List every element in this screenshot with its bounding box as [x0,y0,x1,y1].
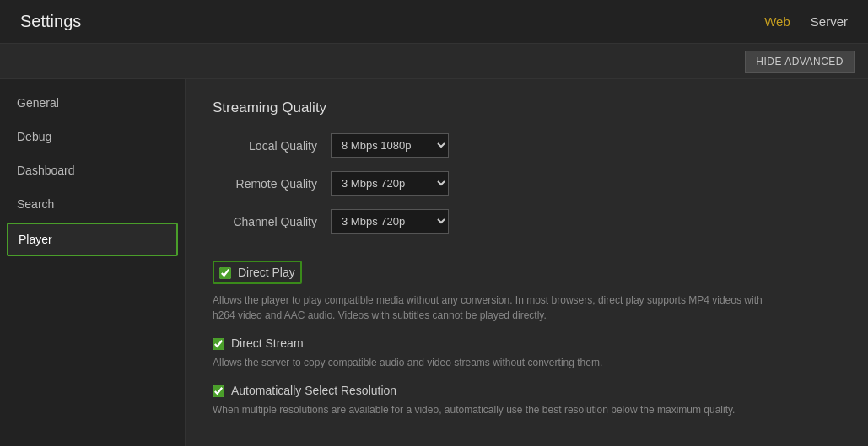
hide-advanced-button[interactable]: HIDE ADVANCED [745,51,855,73]
direct-play-description: Allows the player to play compatible med… [213,293,786,323]
local-quality-select[interactable]: Original 20 Mbps 1080p 8 Mbps 1080p 4 Mb… [331,133,449,158]
remote-quality-select[interactable]: Original 20 Mbps 1080p 8 Mbps 1080p 4 Mb… [331,171,449,196]
sidebar-item-dashboard[interactable]: Dashboard [0,153,185,187]
local-quality-label: Local Quality [213,139,331,153]
remote-quality-label: Remote Quality [213,177,331,191]
direct-stream-checkbox[interactable] [213,338,224,350]
page-title: Settings [20,12,81,31]
section-title: Streaming Quality [213,99,841,116]
toolbar: HIDE ADVANCED [0,44,868,79]
local-quality-row: Local Quality Original 20 Mbps 1080p 8 M… [213,133,841,158]
auto-resolution-label: Automatically Select Resolution [231,384,396,397]
direct-stream-description: Allows the server to copy compatible aud… [213,355,786,370]
sidebar-item-player[interactable]: Player [7,223,178,256]
auto-resolution-checkbox[interactable] [213,385,224,397]
auto-resolution-row: Automatically Select Resolution [213,384,841,397]
sidebar-item-search[interactable]: Search [0,187,185,221]
auto-resolution-description: When multiple resolutions are available … [213,402,786,417]
sidebar-item-debug[interactable]: Debug [0,120,185,153]
main-layout: General Debug Dashboard Search Player St… [0,79,868,446]
nav-server[interactable]: Server [811,14,848,29]
nav-web[interactable]: Web [764,14,790,29]
content-area: Streaming Quality Local Quality Original… [186,79,868,446]
direct-play-checkbox[interactable] [219,267,231,279]
channel-quality-label: Channel Quality [213,215,331,228]
direct-play-row: Direct Play [213,261,302,284]
sidebar: General Debug Dashboard Search Player [0,79,186,446]
remote-quality-row: Remote Quality Original 20 Mbps 1080p 8 … [213,171,841,196]
sidebar-item-general[interactable]: General [0,86,185,120]
direct-stream-row: Direct Stream [213,336,841,350]
channel-quality-select[interactable]: Original 20 Mbps 1080p 8 Mbps 1080p 4 Mb… [331,209,449,234]
channel-quality-row: Channel Quality Original 20 Mbps 1080p 8… [213,209,841,234]
direct-play-label: Direct Play [238,266,295,279]
header-nav: Web Server [764,14,848,29]
direct-stream-label: Direct Stream [231,336,304,350]
header: Settings Web Server [0,0,868,44]
